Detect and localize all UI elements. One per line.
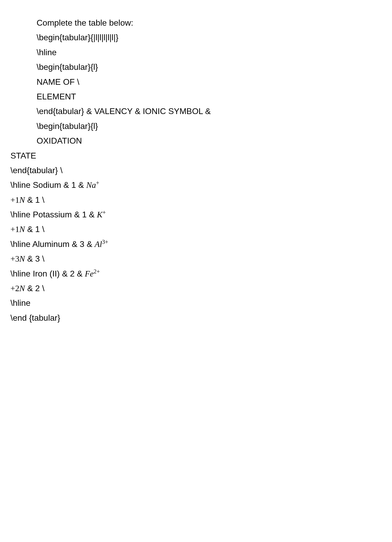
text-prefix: \hline Aluminum & 3 &: [10, 239, 95, 249]
text-suffix: & 1 \: [27, 195, 44, 205]
math-expr: +3N: [10, 254, 25, 263]
text-line: \begin{tabular}{l}: [37, 119, 382, 133]
text-prefix: \hline Sodium & 1 &: [10, 180, 86, 190]
math-expr: +2N: [10, 284, 25, 293]
text-line: +1N & 1 \: [10, 222, 382, 236]
text-line: Complete the table below:: [37, 16, 382, 30]
text-line: \hline Iron (II) & 2 & Fe2+: [10, 267, 382, 281]
text-line: \end{tabular} \: [10, 163, 382, 177]
text-line: \begin{tabular}{l}: [37, 60, 382, 74]
text-line: OXIDATION: [37, 134, 382, 148]
math-expr: +1N: [10, 224, 25, 234]
text-line: NAME OF \: [37, 75, 382, 89]
math-expr: Al3+: [95, 239, 108, 249]
text-line: \hline: [37, 45, 382, 59]
text-prefix: \hline Potassium & 1 &: [10, 210, 97, 219]
text-line: \hline Potassium & 1 & K+: [10, 207, 382, 222]
text-line: +1N & 1 \: [10, 193, 382, 207]
text-prefix: \hline Iron (II) & 2 &: [10, 269, 85, 278]
math-expr: Fe2+: [85, 269, 100, 278]
text-line: \end {tabular}: [10, 311, 382, 325]
math-expr: +1N: [10, 195, 25, 205]
math-expr: K+: [97, 210, 106, 219]
text-line: \hline Sodium & 1 & Na+: [10, 178, 382, 192]
text-line: ELEMENT: [37, 89, 382, 104]
text-line: STATE: [10, 149, 382, 163]
text-line: +2N & 2 \: [10, 281, 382, 295]
text-line: \begin{tabular}{|l|l|l|l|l|}: [37, 30, 382, 44]
text-line: \hline: [10, 296, 382, 310]
text-line: +3N & 3 \: [10, 252, 382, 266]
text-line: \hline Aluminum & 3 & Al3+: [10, 237, 382, 251]
text-line: \end{tabular} & VALENCY & IONIC SYMBOL &: [37, 104, 382, 118]
math-expr: Na+: [86, 180, 99, 190]
text-suffix: & 2 \: [27, 284, 44, 293]
text-suffix: & 3 \: [27, 254, 44, 263]
text-suffix: & 1 \: [27, 224, 44, 234]
